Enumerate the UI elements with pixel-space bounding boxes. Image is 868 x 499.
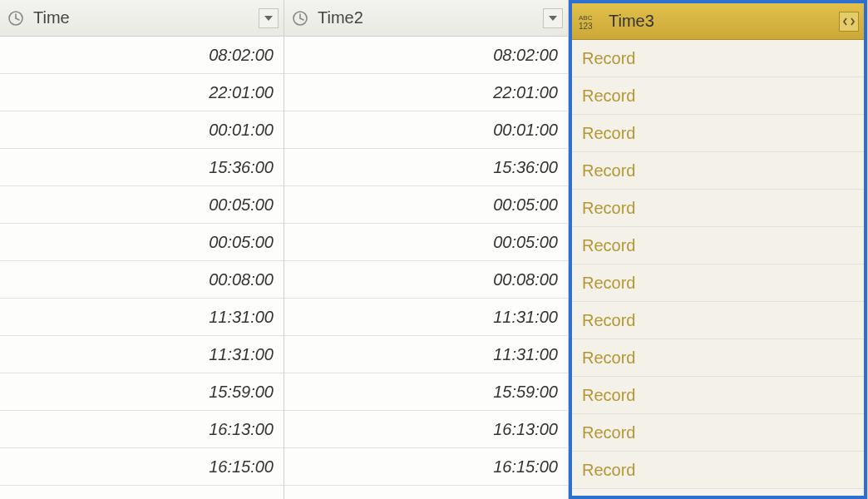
table-cell[interactable]: 00:05:00 bbox=[0, 186, 284, 224]
column-time: Time 08:02:00 22:01:00 00:01:00 15:36:00… bbox=[0, 0, 284, 499]
table-cell[interactable]: 16:15:00 bbox=[284, 448, 568, 486]
table-cell[interactable]: 22:01:00 bbox=[0, 74, 284, 111]
table-cell[interactable]: Record bbox=[572, 190, 864, 227]
table-cell[interactable]: 08:02:00 bbox=[284, 37, 568, 74]
chevron-down-icon bbox=[549, 16, 557, 21]
table-cell[interactable]: 00:01:00 bbox=[0, 111, 284, 149]
table-cell[interactable]: Record bbox=[572, 152, 864, 190]
table-cell[interactable]: 11:31:00 bbox=[0, 336, 284, 373]
table-cell[interactable]: 08:02:00 bbox=[0, 37, 284, 74]
column-time2: Time2 08:02:00 22:01:00 00:01:00 15:36:0… bbox=[284, 0, 569, 499]
svg-text:ABC: ABC bbox=[579, 14, 593, 22]
clock-icon bbox=[291, 9, 309, 27]
table-cell[interactable]: 00:05:00 bbox=[284, 186, 568, 224]
table-cell[interactable]: Record bbox=[572, 115, 864, 152]
column-header-time[interactable]: Time bbox=[0, 0, 284, 37]
table-cell[interactable]: Record bbox=[572, 264, 864, 302]
table-cell[interactable]: 15:36:00 bbox=[0, 149, 284, 186]
table-cell[interactable]: 15:59:00 bbox=[0, 373, 284, 411]
table-cell[interactable]: Record bbox=[572, 77, 864, 115]
table-cell[interactable]: 00:08:00 bbox=[284, 261, 568, 299]
table-cell[interactable]: 15:36:00 bbox=[284, 149, 568, 186]
table-cell[interactable]: 11:31:00 bbox=[0, 299, 284, 336]
filter-dropdown-button[interactable] bbox=[259, 8, 279, 28]
column-header-label: Time2 bbox=[318, 8, 541, 27]
table-cell[interactable]: Record bbox=[572, 452, 864, 489]
table-cell[interactable]: 00:01:00 bbox=[284, 111, 568, 149]
clock-icon bbox=[7, 9, 25, 27]
table-cell[interactable]: 00:08:00 bbox=[0, 261, 284, 299]
table-cell[interactable]: 16:13:00 bbox=[284, 411, 568, 448]
column-header-time2[interactable]: Time2 bbox=[284, 0, 568, 37]
table-cell[interactable]: 00:05:00 bbox=[0, 224, 284, 261]
table-cell[interactable]: 22:01:00 bbox=[284, 74, 568, 111]
svg-text:123: 123 bbox=[579, 22, 593, 30]
table-cell[interactable]: Record bbox=[572, 377, 864, 414]
any-type-icon: ABC 123 bbox=[579, 12, 602, 31]
table-cell[interactable]: 16:15:00 bbox=[0, 448, 284, 486]
selection-highlight: ABC 123 Time3 Record Record Record Recor… bbox=[569, 0, 867, 499]
table-cell[interactable]: 00:05:00 bbox=[284, 224, 568, 261]
table-cell[interactable]: 15:59:00 bbox=[284, 373, 568, 411]
column-time3: ABC 123 Time3 Record Record Record Recor… bbox=[569, 0, 868, 499]
expand-column-button[interactable] bbox=[839, 12, 859, 32]
table-cell[interactable]: Record bbox=[572, 339, 864, 377]
column-header-time3[interactable]: ABC 123 Time3 bbox=[572, 3, 864, 40]
column-header-label: Time3 bbox=[609, 12, 837, 31]
table-cell[interactable]: 16:13:00 bbox=[0, 411, 284, 448]
table-cell[interactable]: Record bbox=[572, 227, 864, 264]
svg-line-5 bbox=[300, 18, 303, 20]
table-cell[interactable]: 11:31:00 bbox=[284, 336, 568, 373]
table-cell[interactable]: Record bbox=[572, 414, 864, 452]
expand-icon bbox=[843, 17, 855, 27]
data-preview-table: Time 08:02:00 22:01:00 00:01:00 15:36:00… bbox=[0, 0, 868, 499]
table-cell[interactable]: 11:31:00 bbox=[284, 299, 568, 336]
table-cell[interactable]: Record bbox=[572, 40, 864, 77]
svg-line-2 bbox=[16, 18, 19, 20]
column-header-label: Time bbox=[33, 8, 257, 27]
filter-dropdown-button[interactable] bbox=[543, 8, 563, 28]
table-cell[interactable]: Record bbox=[572, 302, 864, 339]
chevron-down-icon bbox=[264, 16, 273, 21]
